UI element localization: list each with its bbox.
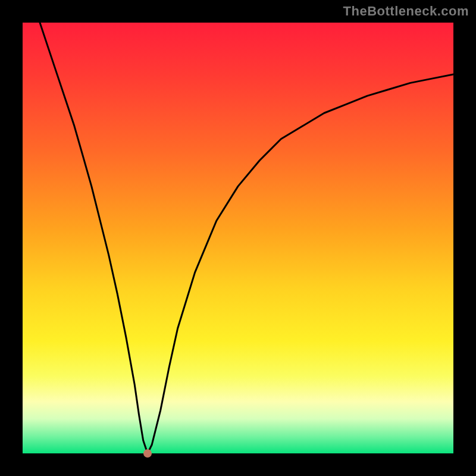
plot-area: [23, 23, 453, 453]
watermark-text: TheBottleneck.com: [343, 4, 469, 19]
bottleneck-curve: [23, 23, 453, 453]
chart-frame: TheBottleneck.com: [0, 0, 476, 476]
optimal-point-marker: [143, 449, 152, 458]
